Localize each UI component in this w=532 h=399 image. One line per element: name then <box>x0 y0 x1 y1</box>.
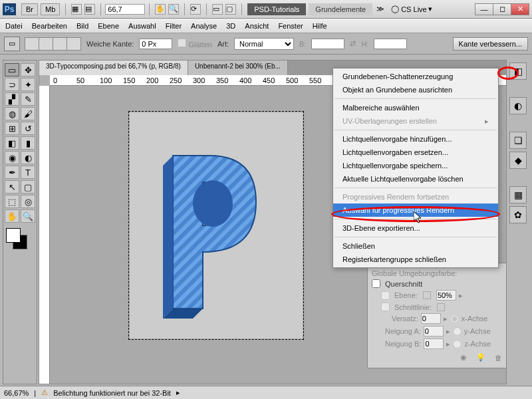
trash-icon[interactable]: 🗑 <box>495 354 502 362</box>
zoom-status: 66,67% <box>4 389 29 397</box>
global-ambient-label: Globale Umgebungsfarbe: <box>372 269 502 277</box>
menu-delete-light-preset[interactable]: Aktuelle Lichtquellenvorgabe löschen <box>333 172 498 186</box>
move-tool[interactable]: ✥ <box>21 63 35 76</box>
cross-section-checkbox[interactable] <box>372 279 380 288</box>
select-add-icon[interactable] <box>39 37 53 51</box>
height-label: H: <box>361 40 368 48</box>
bridge-button[interactable]: Br <box>21 3 38 15</box>
select-subtract-icon[interactable] <box>53 37 67 51</box>
swatches-panel-icon[interactable]: ▦ <box>509 186 527 203</box>
brush-tool[interactable]: 🖌 <box>21 107 35 120</box>
menu-bild[interactable]: Bild <box>76 22 88 30</box>
close-button[interactable]: ✕ <box>511 3 529 15</box>
menu-close[interactable]: Schließen <box>333 239 498 253</box>
3d-tool[interactable]: ⬚ <box>5 195 19 208</box>
menu-add-light-preset[interactable]: Lichtquellenvorgabe hinzufügen... <box>333 132 498 146</box>
menu-datei[interactable]: Datei <box>5 22 23 30</box>
menu-auswahl[interactable]: Auswahl <box>128 22 156 30</box>
hand-icon[interactable]: ✋ <box>155 4 166 15</box>
options-bar: ▭ Weiche Kante: Glätten Art: Normal B: ⇄… <box>0 33 532 55</box>
menu-export-3d-layer[interactable]: 3D-Ebene exportieren... <box>333 221 498 235</box>
foreground-color[interactable] <box>6 228 21 243</box>
menu-analyse[interactable]: Analyse <box>191 22 217 30</box>
history-brush-tool[interactable]: ↺ <box>21 122 35 135</box>
menu-save-light-preset[interactable]: Lichtquellenvorgabe speichern... <box>333 159 498 172</box>
screen-mode-icon[interactable]: ▢ <box>225 4 236 15</box>
menu-bearbeiten[interactable]: Bearbeiten <box>32 22 67 30</box>
zoom-combo[interactable] <box>105 4 145 15</box>
menu-resume-render: Progressives Rendern fortsetzen <box>333 190 498 203</box>
view-rulers-icon[interactable]: ▤ <box>84 4 95 15</box>
offset-input <box>421 313 441 324</box>
minimize-button[interactable]: — <box>475 3 493 15</box>
3d-scene-panel: Globale Umgebungsfarbe: Querschnitt Eben… <box>367 263 507 368</box>
document-tab-1[interactable]: 3D-Typocomposing.psd bei 66,7% (p, RGB/8… <box>39 61 188 75</box>
pen-tool[interactable]: ✒ <box>5 166 19 179</box>
menu-ebene[interactable]: Ebene <box>98 22 119 30</box>
workspace-tab-2[interactable]: Grundelemente <box>309 3 372 15</box>
menu-hilfe[interactable]: Hilfe <box>313 22 327 30</box>
cslive-button[interactable]: CS Live <box>401 5 427 13</box>
y-axis-radio <box>453 327 462 336</box>
path-select-tool[interactable]: ↖ <box>5 180 19 194</box>
styles-panel-icon[interactable]: ✿ <box>509 206 527 223</box>
camera-tool[interactable]: ◎ <box>21 195 35 208</box>
rotate-icon[interactable]: ⟳ <box>190 4 201 15</box>
wand-tool[interactable]: ✦ <box>21 78 35 91</box>
zoom-icon[interactable]: 🔍 <box>168 4 179 15</box>
menu-replace-light-preset[interactable]: Lichtquellenvorgaben ersetzen... <box>333 146 498 159</box>
menu-select-paintable[interactable]: Malbereiche auswählen <box>333 101 498 114</box>
height-input <box>374 39 407 49</box>
zoom-tool[interactable]: 🔍 <box>21 209 35 223</box>
menu-ansicht[interactable]: Ansicht <box>245 22 269 30</box>
menu-fenster[interactable]: Fenster <box>278 22 303 30</box>
menu-snap-ground[interactable]: Objekt an Grundebene ausrichten <box>333 83 498 96</box>
blur-tool[interactable]: ◉ <box>5 151 19 164</box>
adjustments-panel-icon[interactable]: ◐ <box>509 97 527 114</box>
titlebar: Ps Br Mb ▦ ▤ ✋ 🔍 ⟳ ▭ ▢ PSD-Tutorials Gru… <box>0 0 532 19</box>
tilt-b-input <box>424 338 444 349</box>
hand-tool[interactable]: ✋ <box>5 209 19 223</box>
render-icon[interactable]: ◉ <box>460 353 467 362</box>
panel-strip: ◧ ◐ ❏ ◆ ▦ ✿ <box>508 60 529 384</box>
select-new-icon[interactable] <box>25 37 39 51</box>
color-panel-icon[interactable]: ◧ <box>509 63 527 80</box>
crop-tool[interactable]: ▞ <box>5 92 19 106</box>
menubar: Datei Bearbeiten Bild Ebene Auswahl Filt… <box>0 19 532 33</box>
toolbox: ▭✥ ⊃✦ ▞✎ ◍🖌 ⊞↺ ◧▮ ◉◐ ✒T ↖▢ ⬚◎ ✋🔍 <box>3 60 37 384</box>
document-tab-2[interactable]: Unbenannt-2 bei 300% (Eb... <box>188 61 288 75</box>
tilt-a-input <box>424 326 444 336</box>
menu-filter[interactable]: Filter <box>166 22 182 30</box>
width-input <box>311 39 344 49</box>
eyedropper-tool[interactable]: ✎ <box>21 92 35 106</box>
type-tool[interactable]: T <box>21 166 35 179</box>
minibridge-button[interactable]: Mb <box>41 3 60 15</box>
workspace-tab-1[interactable]: PSD-Tutorials <box>247 3 306 15</box>
shape-tool[interactable]: ▢ <box>21 180 35 194</box>
menu-3d[interactable]: 3D <box>226 22 235 30</box>
view-extras-icon[interactable]: ▦ <box>71 4 82 15</box>
eraser-tool[interactable]: ◧ <box>5 136 19 150</box>
maximize-button[interactable]: ◻ <box>493 3 511 15</box>
channels-panel-icon[interactable]: ◆ <box>509 152 527 169</box>
gradient-tool[interactable]: ▮ <box>21 136 35 150</box>
plane-opacity-input <box>436 290 456 301</box>
style-select[interactable]: Normal <box>234 38 294 50</box>
refine-edge-button[interactable]: Kante verbessern... <box>453 37 528 51</box>
select-intersect-icon[interactable] <box>66 37 81 51</box>
light-icon[interactable]: 💡 <box>476 353 485 362</box>
menu-close-tab-group[interactable]: Registerkartengruppe schließen <box>333 253 498 266</box>
x-axis-radio <box>450 315 459 323</box>
current-tool-icon[interactable]: ▭ <box>4 37 20 51</box>
feather-input[interactable] <box>139 39 172 49</box>
menu-ground-shadow[interactable]: Grundebenen-Schattenerzeugung <box>333 70 498 83</box>
layers-panel-icon[interactable]: ❏ <box>509 132 527 149</box>
heal-tool[interactable]: ◍ <box>5 107 19 120</box>
arrange-icon[interactable]: ▭ <box>212 4 223 15</box>
statusbar: 66,67% | ⚠ Belichtung funktioniert nur b… <box>0 386 532 399</box>
dodge-tool[interactable]: ◐ <box>21 151 35 164</box>
stamp-tool[interactable]: ⊞ <box>5 122 19 135</box>
menu-uv-overlay: UV-Überlagerungen erstellen▸ <box>333 114 498 128</box>
lasso-tool[interactable]: ⊃ <box>5 78 19 91</box>
marquee-tool[interactable]: ▭ <box>5 63 19 76</box>
